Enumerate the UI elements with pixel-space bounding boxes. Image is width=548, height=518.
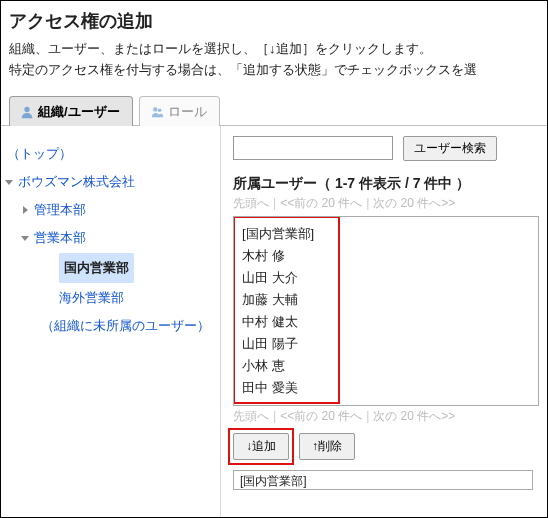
tab-org-user[interactable]: 組織/ユーザー <box>9 96 133 126</box>
org-tree: （トップ） ボウズマン株式会社 管理本部 営業本部 国内営業部 海外営業部 （組… <box>1 126 221 518</box>
search-button[interactable]: ユーザー検索 <box>403 136 497 161</box>
pager-next[interactable]: 次の 20 件へ>> <box>373 196 455 210</box>
tree-sales[interactable]: 営業本部 <box>34 225 86 251</box>
pager-prev[interactable]: <<前の 20 件へ <box>280 409 362 423</box>
add-button[interactable]: ↓追加 <box>233 433 289 460</box>
tree-company[interactable]: ボウズマン株式会社 <box>18 169 135 195</box>
desc-line-1: 組織、ユーザー、またはロールを選択し、［↓追加］をクリックします。 <box>9 39 539 60</box>
list-group-header[interactable]: [国内営業部] <box>242 223 530 245</box>
people-icon <box>150 105 164 119</box>
chevron-down-icon[interactable] <box>21 236 29 241</box>
tab-label: ロール <box>168 103 207 121</box>
members-listbox[interactable]: [国内営業部] 木村 修 山田 大介 加藤 大輔 中村 健太 山田 陽子 小林 … <box>233 216 539 406</box>
search-input[interactable] <box>233 136 393 160</box>
svg-point-1 <box>153 107 157 111</box>
pager-top: 先頭へ|<<前の 20 件へ|次の 20 件へ>> <box>233 195 539 212</box>
person-icon <box>20 105 34 119</box>
svg-point-2 <box>158 108 162 112</box>
tab-bar: 組織/ユーザー ロール <box>1 95 547 126</box>
chevron-down-icon[interactable] <box>5 180 13 185</box>
list-item[interactable]: 山田 陽子 <box>242 333 530 355</box>
tab-label: 組織/ユーザー <box>38 103 120 121</box>
pager-bottom: 先頭へ|<<前の 20 件へ|次の 20 件へ>> <box>233 408 539 425</box>
pager-next[interactable]: 次の 20 件へ>> <box>373 409 455 423</box>
page-title: アクセス権の追加 <box>9 9 539 33</box>
tree-top[interactable]: （トップ） <box>7 141 72 167</box>
list-item[interactable]: 中村 健太 <box>242 311 530 333</box>
remove-button[interactable]: ↑削除 <box>299 433 355 460</box>
tab-role[interactable]: ロール <box>139 96 220 126</box>
chevron-right-icon[interactable] <box>23 206 28 214</box>
desc-line-2: 特定のアクセス権を付与する場合は、「追加する状態」でチェックボックスを選 <box>9 60 539 81</box>
members-title: 所属ユーザー（ 1-7 件表示 / 7 件中 ） <box>233 175 539 193</box>
pager-head[interactable]: 先頭へ <box>233 196 269 210</box>
list-item[interactable]: 田中 愛美 <box>242 377 530 399</box>
staged-listbox[interactable]: [国内営業部] <box>233 470 533 490</box>
tree-admin[interactable]: 管理本部 <box>34 197 86 223</box>
pager-head[interactable]: 先頭へ <box>233 409 269 423</box>
tree-unassigned[interactable]: （組織に未所属のユーザー） <box>41 313 210 339</box>
svg-point-0 <box>24 106 29 111</box>
list-item[interactable]: 小林 恵 <box>242 355 530 377</box>
list-item[interactable]: 山田 大介 <box>242 267 530 289</box>
list-item[interactable]: 木村 修 <box>242 245 530 267</box>
tree-overseas[interactable]: 海外営業部 <box>59 285 124 311</box>
list-item[interactable]: 加藤 大輔 <box>242 289 530 311</box>
pager-prev[interactable]: <<前の 20 件へ <box>280 196 362 210</box>
tree-domestic-selected[interactable]: 国内営業部 <box>59 253 134 283</box>
